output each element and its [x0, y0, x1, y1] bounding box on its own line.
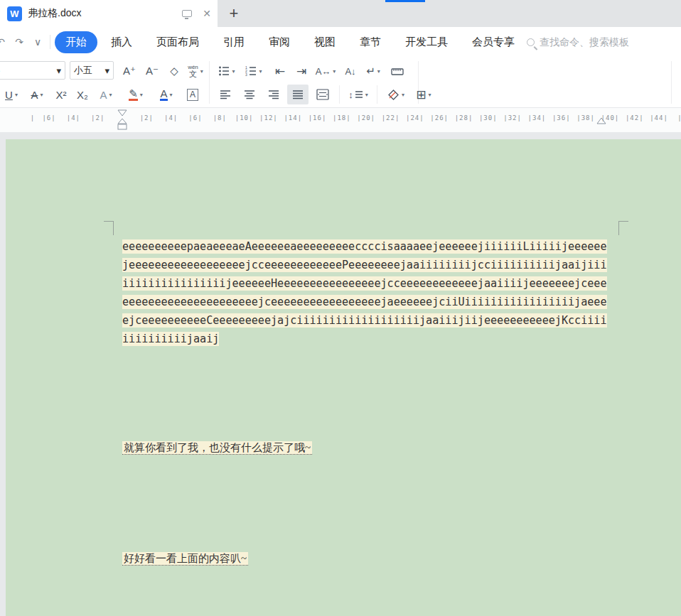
ribbon-tab[interactable]: 页面布局 [146, 31, 210, 53]
document-text-line[interactable]: iiiiiiiiiiiiiiiijeeeeeeHeeeeeeeeeeeeeeee… [122, 274, 620, 293]
sort-icon[interactable]: A↓ [340, 61, 361, 81]
ruler-number: |34| [528, 114, 547, 121]
decrease-font-size-button[interactable]: A⁻ [142, 61, 162, 81]
document-tab-title: 弗拉格.docx [28, 7, 81, 20]
wps-writer-window: W 弗拉格.docx ✕ + ↶ ↷ ∨ 开始 插入 页面布局 引用 审阅 视图… [0, 0, 681, 616]
ruler-number: |28| [455, 114, 473, 121]
character-border-button[interactable]: A [182, 85, 203, 104]
titlebar: W 弗拉格.docx ✕ + [0, 0, 681, 27]
document-text-line[interactable]: jeeeeeeeeeeeeeeeeeejcceeeeeeeeeeeePeeeee… [122, 256, 620, 274]
ruler-number: |44| [650, 114, 668, 121]
ruler-number: |4| [67, 114, 80, 121]
hint-line-1[interactable]: 就算你看到了我，也没有什么提示了哦~ [122, 441, 312, 455]
character-scale-button[interactable]: A↔ ▾ [313, 61, 338, 81]
document-text-line[interactable]: iiiiiiiiiijaaij [122, 330, 620, 348]
underline-button[interactable]: U ▾ [0, 85, 23, 104]
bullet-list-button[interactable]: ▾ [215, 61, 239, 81]
ruler-number: |32| [503, 114, 522, 121]
ruler-number: |14| [284, 114, 302, 121]
bullet-list-icon [218, 65, 230, 77]
document-text-line[interactable]: ejceeeeeeeeeeCeeeeeeeeejajciiiiiiiiiiiii… [122, 311, 620, 330]
ruler-number: |8| [213, 114, 227, 121]
show-paragraph-marks-button[interactable]: ↵ ▾ [361, 61, 385, 81]
tab-stop-button[interactable] [387, 61, 408, 81]
increase-font-size-button[interactable]: A⁺ [119, 61, 139, 81]
document-tab[interactable]: W 弗拉格.docx ✕ [0, 0, 218, 27]
redo-icon[interactable]: ↷ [10, 36, 28, 48]
shading-icon [387, 90, 400, 100]
margin-corner-mark [618, 221, 628, 235]
highlighted-text: iiiiiiiiiijaaij [122, 332, 219, 346]
svg-text:3: 3 [245, 72, 247, 77]
distribute-button[interactable] [311, 85, 334, 104]
ribbon-tab[interactable]: 审阅 [258, 31, 301, 53]
strikethrough-button[interactable]: A ▾ [26, 85, 48, 104]
group-separator [671, 61, 672, 104]
margin-corner-mark [104, 221, 114, 235]
quick-access-more-icon[interactable]: ∨ [28, 36, 47, 48]
borders-icon: ⊞ [416, 87, 426, 102]
ribbon-tab[interactable]: 会员专享 [461, 31, 525, 53]
command-search[interactable] [527, 36, 646, 48]
ruler-number: |38| [577, 114, 595, 121]
ruler-number: |4| [164, 114, 178, 121]
document-page[interactable]: eeeeeeeeeepaeaeeeaeAeeeeeeaeeeeeeeeecccc… [6, 139, 681, 616]
highlighted-text: eeeeeeeeeepaeaeeeaeAeeeeeeaeeeeeeeeecccc… [122, 239, 607, 254]
text-effects-button[interactable]: A ▾ [94, 85, 118, 104]
chevron-down-icon: ▾ [15, 92, 18, 98]
font-color-button[interactable]: A ▾ [154, 85, 179, 104]
shading-button[interactable]: ▾ [382, 85, 409, 104]
undo-icon[interactable]: ↶ [0, 36, 10, 48]
highlight-color-button[interactable]: ✎ ▾ [122, 85, 149, 104]
justify-button[interactable] [287, 85, 309, 104]
document-text-block[interactable]: eeeeeeeeeepaeaeeeaeAeeeeeeaeeeeeeeeecccc… [122, 237, 620, 348]
ribbon-tab[interactable]: 开发工具 [395, 31, 459, 53]
highlighted-text: ejceeeeeeeeeeCeeeeeeeeejajciiiiiiiiiiiii… [122, 313, 607, 328]
font-name-combobox[interactable]: onsole ▾ [0, 61, 65, 80]
strikethrough-icon: A [31, 89, 38, 101]
clear-format-eraser-icon[interactable]: ◇ [165, 61, 183, 81]
ruler-number: |2| [91, 114, 104, 121]
superscript-icon[interactable]: X² [51, 85, 71, 104]
paragraph-mark-icon: ↵ [366, 65, 375, 77]
ruler-number: |22| [382, 114, 400, 121]
highlighted-text: eeeeeeeeeeeeeeeeeeeeejceeeeeeeeeeeeeeeee… [122, 295, 607, 309]
hint-line-2[interactable]: 好好看一看上面的内容叭~ [122, 551, 248, 566]
borders-button[interactable]: ⊞ ▾ [411, 85, 436, 104]
align-center-button[interactable] [239, 85, 260, 104]
document-text-line[interactable]: eeeeeeeeeepaeaeeeaeAeeeeeeaeeeeeeeeecccc… [122, 237, 620, 256]
ruler-number: |24| [406, 114, 424, 121]
close-tab-icon[interactable]: ✕ [198, 0, 216, 27]
home-ribbon-toolbar: onsole ▾ 小五 ▾ A⁺ A⁻ ◇ wén 文 ▾ ▾ [0, 57, 681, 108]
ribbon-tab[interactable]: 引用 [213, 31, 255, 53]
horizontal-ruler[interactable]: |6||4||2||2||4||6||8||10||12||14||16||18… [0, 108, 681, 132]
increase-indent-icon[interactable]: ⇥ [291, 61, 311, 81]
subscript-icon[interactable]: X₂ [73, 85, 92, 104]
align-left-button[interactable] [215, 85, 236, 104]
lines-icon [355, 90, 363, 99]
ruler-number: |6| [188, 114, 202, 121]
titlebar-blue-strip [385, 0, 425, 2]
command-search-input[interactable] [540, 36, 646, 48]
font-size-combobox[interactable]: 小五 ▾ [70, 61, 114, 80]
ribbon-tab[interactable]: 开始 [55, 31, 97, 53]
numbered-list-button[interactable]: 123 ▾ [242, 61, 266, 81]
align-right-button[interactable] [263, 85, 284, 104]
document-text-line[interactable]: eeeeeeeeeeeeeeeeeeeeejceeeeeeeeeeeeeeeee… [122, 293, 620, 311]
indent-markers-icon[interactable] [117, 109, 128, 131]
new-tab-button[interactable]: + [222, 0, 246, 27]
chevron-down-icon: ▾ [259, 68, 262, 75]
chevron-down-icon: ▾ [109, 92, 112, 98]
toolbar-row-1: onsole ▾ 小五 ▾ A⁺ A⁻ ◇ wén 文 ▾ ▾ [0, 60, 427, 82]
ribbon-tab[interactable]: 视图 [304, 31, 346, 53]
line-spacing-button[interactable]: ↕ ▾ [344, 85, 372, 104]
decrease-indent-icon[interactable]: ⇤ [270, 61, 290, 81]
justify-icon [292, 90, 304, 99]
phonetic-guide-button[interactable]: wén 文 ▾ [183, 61, 208, 81]
present-to-screen-icon[interactable] [178, 0, 196, 27]
numbered-list-icon: 123 [245, 65, 257, 77]
ruler-number: |20| [357, 114, 375, 121]
ribbon-tab[interactable]: 插入 [100, 31, 143, 53]
ribbon-tab[interactable]: 章节 [349, 31, 392, 53]
ruler-number: |42| [626, 114, 644, 121]
